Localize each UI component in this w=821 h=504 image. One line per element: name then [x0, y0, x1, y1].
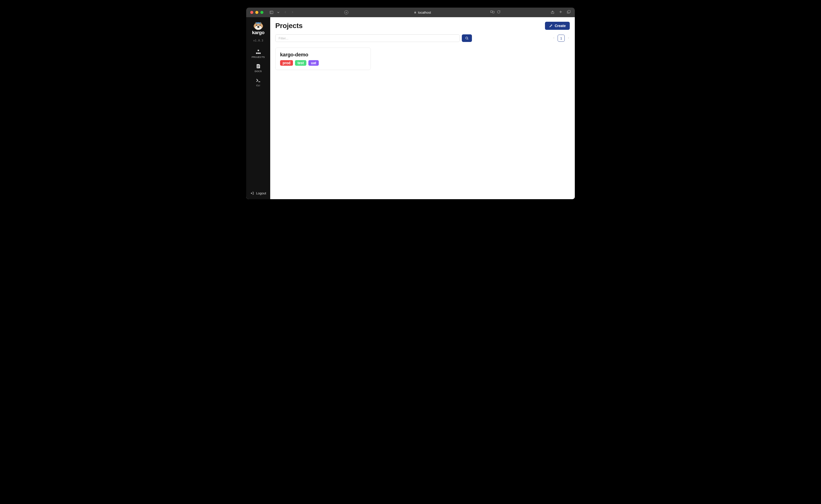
app-shell: kargo v1.0.3 PROJECTS DOCS CLI: [246, 17, 575, 199]
svg-rect-16: [259, 53, 261, 54]
sidebar-toggle-button[interactable]: [268, 9, 275, 15]
svg-rect-4: [492, 11, 494, 13]
minimize-window-button[interactable]: [255, 11, 258, 14]
page-header: Projects Create: [275, 22, 570, 30]
reload-button[interactable]: [497, 10, 500, 15]
search-button[interactable]: [462, 34, 472, 42]
search-icon: [465, 36, 469, 40]
svg-rect-0: [270, 11, 273, 14]
sidebar-item-docs[interactable]: DOCS: [246, 61, 270, 75]
kargo-logo-icon: [252, 20, 265, 30]
chevron-down-icon[interactable]: [277, 9, 280, 15]
sidebar-item-cli[interactable]: CLI: [246, 75, 270, 89]
tag-prod: prod: [280, 60, 293, 66]
svg-point-24: [552, 25, 552, 25]
brand-name: kargo: [252, 30, 264, 35]
pagination: 1: [553, 35, 570, 42]
projects-icon: [256, 49, 261, 55]
svg-rect-18: [257, 65, 259, 66]
sidebar-item-label: PROJECTS: [252, 56, 265, 58]
new-tab-icon[interactable]: +: [344, 10, 348, 14]
lock-icon: [414, 11, 417, 14]
maximize-window-button[interactable]: [260, 11, 263, 14]
create-button-label: Create: [555, 24, 566, 28]
project-tags: prod test uat: [280, 60, 366, 66]
page-title: Projects: [275, 22, 303, 30]
tag-uat: uat: [308, 60, 319, 66]
svg-rect-3: [491, 11, 492, 12]
address-bar[interactable]: localhost: [414, 11, 431, 14]
share-button[interactable]: [551, 10, 555, 15]
create-button[interactable]: Create: [545, 22, 570, 30]
translate-icon[interactable]: [490, 10, 494, 15]
svg-point-13: [257, 26, 259, 28]
browser-window: + localhost: [246, 8, 575, 199]
address-section: + localhost: [304, 11, 541, 14]
cli-icon: [256, 78, 261, 83]
page-number-current[interactable]: 1: [558, 35, 565, 42]
sidebar-item-label: CLI: [256, 84, 260, 87]
new-tab-button[interactable]: [559, 10, 563, 15]
svg-point-11: [256, 25, 257, 26]
filter-toolbar: 1: [275, 34, 570, 42]
svg-rect-20: [257, 67, 259, 67]
svg-rect-2: [414, 12, 416, 13]
sidebar: kargo v1.0.3 PROJECTS DOCS CLI: [246, 17, 270, 199]
project-card[interactable]: kargo-demo prod test uat: [275, 48, 371, 70]
toolbar-right: [551, 10, 571, 15]
logout-label: Logout: [256, 191, 266, 195]
svg-rect-17: [258, 53, 259, 54]
tag-test: test: [295, 60, 306, 66]
svg-point-12: [260, 25, 260, 26]
forward-button[interactable]: [291, 10, 294, 15]
svg-point-25: [466, 37, 468, 39]
svg-rect-14: [258, 50, 259, 51]
back-button[interactable]: [284, 10, 287, 15]
close-window-button[interactable]: [250, 11, 253, 14]
address-text: localhost: [418, 11, 431, 14]
filter-input[interactable]: [275, 34, 460, 42]
logout-icon: [250, 191, 254, 195]
browser-toolbar: + localhost: [246, 8, 575, 17]
svg-line-26: [467, 39, 468, 39]
logo[interactable]: kargo: [252, 20, 265, 35]
logout-button[interactable]: Logout: [246, 187, 270, 199]
address-right-icons: [490, 10, 500, 15]
window-controls: [250, 11, 263, 14]
project-name: kargo-demo: [280, 52, 366, 58]
svg-rect-15: [256, 53, 257, 54]
sidebar-item-projects[interactable]: PROJECTS: [246, 47, 270, 61]
main-content: Projects Create 1: [270, 17, 575, 199]
browser-nav: [284, 10, 294, 15]
magic-wand-icon: [549, 24, 553, 28]
svg-rect-8: [568, 10, 570, 13]
version-label: v1.0.3: [253, 39, 263, 42]
tabs-button[interactable]: [567, 10, 571, 15]
page-prev-button[interactable]: [553, 36, 555, 40]
page-next-button[interactable]: [567, 36, 570, 40]
sidebar-item-label: DOCS: [255, 70, 262, 73]
docs-icon: [256, 63, 261, 69]
